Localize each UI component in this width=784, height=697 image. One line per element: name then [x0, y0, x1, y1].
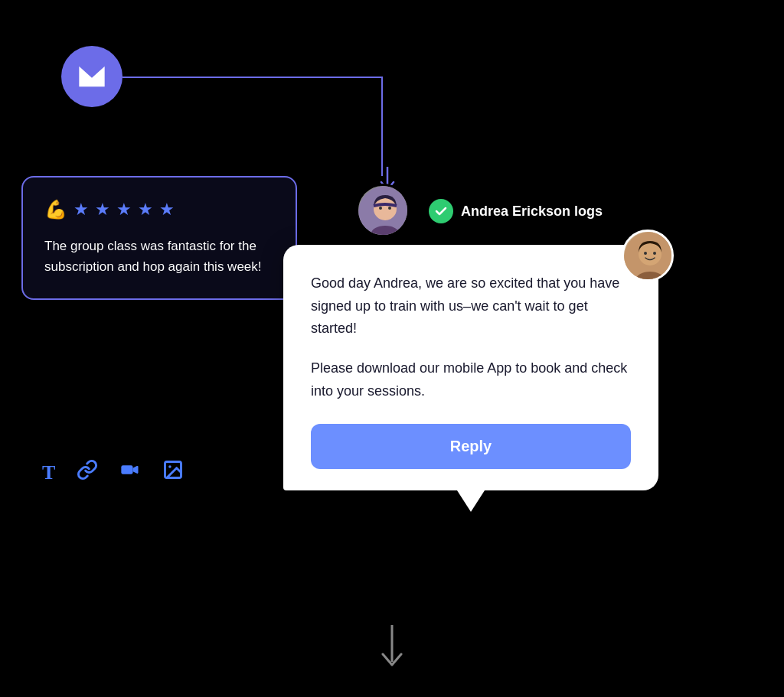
svg-point-7 [379, 207, 382, 210]
reply-button[interactable]: Reply [311, 424, 631, 469]
action-text: logs [574, 204, 603, 219]
avatar-man [622, 230, 674, 282]
toolbar-row: T [42, 459, 184, 486]
chat-paragraph-2: Please download our mobile App to book a… [311, 357, 631, 402]
green-check-icon [429, 199, 453, 223]
chat-text-content: Good day Andrea, we are so excited that … [311, 272, 631, 402]
login-badge-text: Andrea Erickson logs [461, 204, 603, 220]
chat-paragraph-1: Good day Andrea, we are so excited that … [311, 272, 631, 340]
star-2: ★ [95, 200, 110, 220]
email-icon-circle [61, 46, 122, 107]
star-3: ★ [116, 200, 132, 220]
video-icon[interactable] [119, 459, 141, 486]
image-icon[interactable] [162, 459, 184, 486]
review-stars: 💪 ★ ★ ★ ★ ★ [44, 199, 274, 220]
svg-point-8 [388, 207, 391, 210]
star-4: ★ [138, 200, 153, 220]
review-text: The group class was fantastic for the su… [44, 236, 274, 277]
star-1: ★ [74, 200, 89, 220]
scene: 💪 ★ ★ ★ ★ ★ The group class was fantasti… [0, 0, 784, 697]
svg-point-12 [644, 252, 647, 255]
email-icon [77, 61, 107, 92]
avatar-woman [356, 184, 410, 237]
svg-point-3 [169, 465, 172, 468]
login-badge: Andrea Erickson logs [429, 199, 603, 223]
user-name: Andrea Erickson [461, 204, 570, 219]
strength-emoji: 💪 [44, 199, 67, 220]
arrow-down-bottom [377, 625, 407, 674]
link-icon[interactable] [77, 459, 98, 486]
text-icon[interactable]: T [42, 461, 55, 484]
star-5: ★ [159, 200, 175, 220]
review-card: 💪 ★ ★ ★ ★ ★ The group class was fantasti… [21, 176, 297, 300]
svg-point-13 [653, 252, 656, 255]
svg-rect-1 [122, 465, 133, 474]
connector-line [122, 77, 383, 78]
chat-bubble-card: Good day Andrea, we are so excited that … [283, 245, 658, 490]
